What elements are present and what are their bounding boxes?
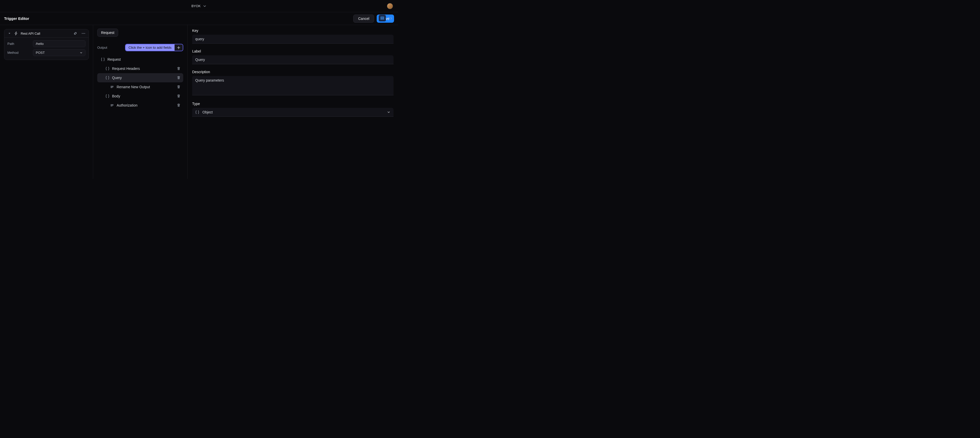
tab-request[interactable]: Request bbox=[97, 29, 118, 37]
svg-point-1 bbox=[83, 33, 84, 34]
method-select[interactable]: POST bbox=[33, 49, 86, 56]
braces-icon bbox=[105, 94, 110, 98]
tab-row: Request bbox=[97, 29, 183, 37]
tree-item-request-headers[interactable]: Request Headers bbox=[97, 64, 183, 73]
plus-icon bbox=[177, 46, 181, 50]
braces-icon bbox=[195, 110, 199, 114]
svg-point-2 bbox=[84, 33, 85, 34]
tree-item-authorization[interactable]: Authorization bbox=[97, 101, 183, 110]
add-field-hint-group: Click the + icon to add fields bbox=[125, 44, 183, 51]
label-group: Label bbox=[192, 49, 393, 64]
avatar[interactable] bbox=[387, 3, 393, 9]
trash-icon[interactable] bbox=[177, 67, 181, 71]
text-icon bbox=[110, 103, 114, 107]
type-label: Type bbox=[192, 102, 393, 106]
bolt-icon bbox=[14, 31, 18, 35]
path-row: Path bbox=[7, 40, 86, 47]
workspace-name: BYOK bbox=[191, 4, 200, 8]
svg-rect-4 bbox=[381, 18, 384, 19]
tree-label: Authorization bbox=[117, 103, 138, 107]
code-view-icon bbox=[388, 16, 392, 21]
chevron-down-icon bbox=[203, 4, 207, 8]
tree-label: Rename New Output bbox=[117, 85, 150, 89]
main: Rest API Call Path Method POST bbox=[0, 25, 398, 179]
node-card: Rest API Call Path Method POST bbox=[4, 29, 89, 60]
node-title: Rest API Call bbox=[21, 32, 71, 35]
description-input[interactable] bbox=[192, 76, 393, 95]
tree-label: Request Headers bbox=[112, 67, 140, 71]
braces-icon bbox=[101, 57, 105, 62]
tree-label: Body bbox=[112, 94, 120, 98]
form-view-icon bbox=[380, 16, 384, 20]
link-icon[interactable] bbox=[73, 31, 77, 35]
method-row: Method POST bbox=[7, 49, 86, 56]
type-select[interactable]: Object bbox=[192, 108, 393, 117]
add-field-hint: Click the + icon to add fields bbox=[126, 44, 175, 51]
output-tree: Request Request Headers Query Rename New… bbox=[97, 55, 183, 110]
page-title: Trigger Editor bbox=[4, 16, 29, 21]
code-view-button[interactable] bbox=[387, 15, 393, 22]
label-input[interactable] bbox=[192, 56, 393, 64]
workspace-selector[interactable]: BYOK bbox=[191, 4, 207, 8]
description-label: Description bbox=[192, 70, 393, 74]
output-label: Output bbox=[97, 46, 107, 49]
tree-label: Request bbox=[107, 57, 121, 62]
trash-icon[interactable] bbox=[177, 76, 181, 80]
editor-header: Trigger Editor Cancel Save bbox=[0, 12, 398, 25]
svg-rect-3 bbox=[381, 17, 384, 18]
node-body: Path Method POST bbox=[4, 38, 89, 60]
key-group: Key bbox=[192, 29, 393, 44]
more-icon[interactable] bbox=[81, 31, 86, 35]
tree-item-rename-new-output[interactable]: Rename New Output bbox=[97, 83, 183, 92]
text-icon bbox=[110, 85, 114, 89]
view-toggle bbox=[379, 15, 393, 22]
description-group: Description bbox=[192, 70, 393, 96]
sidebar: Rest API Call Path Method POST bbox=[0, 25, 93, 179]
path-input[interactable] bbox=[33, 40, 86, 47]
type-value: Object bbox=[202, 110, 384, 114]
trash-icon[interactable] bbox=[177, 85, 181, 89]
tree-item-query[interactable]: Query bbox=[97, 73, 183, 83]
caret-down-icon bbox=[8, 32, 11, 35]
tree-item-request[interactable]: Request bbox=[97, 55, 183, 64]
type-group: Type Object bbox=[192, 102, 393, 117]
braces-icon bbox=[105, 76, 110, 80]
topbar: BYOK bbox=[0, 0, 398, 12]
node-header: Rest API Call bbox=[4, 29, 89, 38]
key-label: Key bbox=[192, 29, 393, 33]
method-value: POST bbox=[36, 51, 45, 54]
trash-icon[interactable] bbox=[177, 103, 181, 107]
chevron-down-icon bbox=[80, 51, 83, 54]
collapse-toggle[interactable] bbox=[7, 31, 11, 35]
path-label: Path bbox=[7, 42, 30, 46]
tree-label: Query bbox=[112, 76, 122, 80]
method-label: Method bbox=[7, 51, 30, 54]
label-label: Label bbox=[192, 49, 393, 53]
cancel-button[interactable]: Cancel bbox=[353, 14, 374, 23]
form-view-button[interactable] bbox=[379, 15, 386, 22]
trash-icon[interactable] bbox=[177, 94, 181, 98]
svg-point-0 bbox=[82, 33, 83, 34]
output-panel: Request Output Click the + icon to add f… bbox=[93, 25, 188, 179]
detail-panel: Key Label Description Type Object bbox=[188, 25, 398, 179]
braces-icon bbox=[105, 67, 110, 71]
add-field-button[interactable] bbox=[175, 44, 183, 51]
tree-item-body[interactable]: Body bbox=[97, 92, 183, 101]
chevron-down-icon bbox=[387, 110, 390, 114]
key-input[interactable] bbox=[192, 35, 393, 44]
output-header: Output Click the + icon to add fields bbox=[97, 44, 183, 51]
